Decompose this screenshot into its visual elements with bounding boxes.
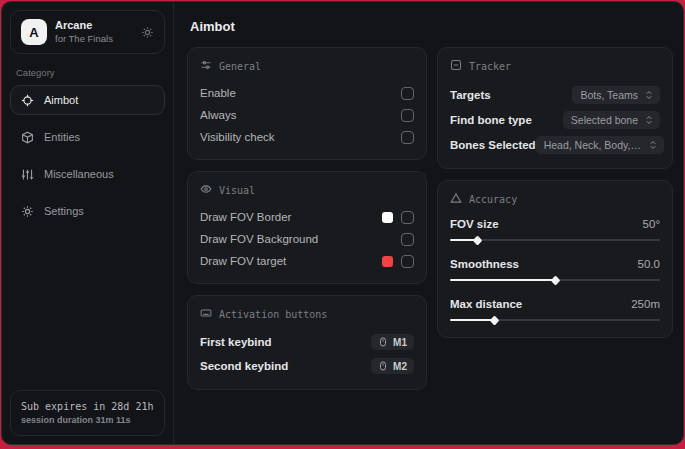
fov-size-value: 50° [643,218,660,230]
setting-row-smoothness: Smoothness 50.0 [450,255,660,284]
chevrons-up-down-icon [644,115,654,125]
setting-row-fov-size: FOV size 50° [450,215,660,244]
max-distance-value: 250m [631,298,660,310]
setting-row-find-bone-type: Find bone type Selected bone [450,107,660,132]
setting-row-first-keybind: First keybind M1 [200,330,414,354]
setting-row-second-keybind: Second keybind M2 [200,354,414,378]
max-distance-slider[interactable] [450,316,660,324]
fov-target-color-swatch[interactable] [382,256,393,267]
gear-icon [21,205,34,218]
enable-checkbox[interactable] [401,87,414,100]
sub-expiry-text: Sub expires in 28d 21h [21,399,154,414]
sliders-icon [21,168,34,181]
setting-row-fov-background: Draw FOV Background [200,228,414,250]
setting-row-always: Always [200,104,414,126]
category-label: Category [16,67,159,78]
targets-dropdown[interactable]: Bots, Teams [572,86,660,104]
main-content: Aimbot General Enable [174,2,684,444]
sidebar-item-miscellaneous[interactable]: Miscellaneous [10,159,165,189]
fov-border-color-swatch[interactable] [382,212,393,223]
fov-background-checkbox[interactable] [401,233,414,246]
page-title: Aimbot [190,19,673,34]
subscription-status: Sub expires in 28d 21h session duration … [10,390,165,437]
app-subtitle: for The Finals [55,33,133,45]
first-keybind-button[interactable]: M1 [371,334,414,350]
triangle-icon [450,192,462,206]
app-window: A Arcane for The Finals Category Aimbot [1,1,684,445]
settings-gear-icon[interactable] [141,26,154,39]
sidebar-item-settings[interactable]: Settings [10,196,165,226]
card-title: Tracker [469,61,511,72]
cube-icon [21,131,34,144]
general-card: General Enable Always Visibility check [187,47,427,160]
find-bone-type-dropdown[interactable]: Selected bone [563,111,660,129]
setting-row-targets: Targets Bots, Teams [450,82,660,107]
slider-thumb[interactable] [551,275,561,285]
sidebar-item-label: Settings [44,205,84,217]
sidebar-item-aimbot[interactable]: Aimbot [10,85,165,115]
setting-row-fov-target: Draw FOV target [200,250,414,272]
bones-selected-dropdown[interactable]: Head, Neck, Body, Pe... [536,136,664,154]
general-icon [200,59,212,73]
fov-border-checkbox[interactable] [401,211,414,224]
crosshair-icon [21,94,34,107]
setting-row-max-distance: Max distance 250m [450,295,660,324]
mouse-icon [378,361,388,371]
sidebar-item-label: Entities [44,131,80,143]
card-title: Accuracy [469,194,517,205]
accuracy-card: Accuracy FOV size 50° [437,180,673,338]
sidebar-item-label: Miscellaneous [44,168,114,180]
setting-row-fov-border: Draw FOV Border [200,206,414,228]
session-duration-text: session duration 31m 11s [21,414,154,428]
smoothness-value: 50.0 [638,258,660,270]
chevrons-up-down-icon [648,140,658,150]
visibility-check-checkbox[interactable] [401,131,414,144]
app-name: Arcane [55,19,133,33]
mouse-icon [378,337,388,347]
fov-size-slider[interactable] [450,236,660,244]
setting-row-visibility-check: Visibility check [200,126,414,148]
keyboard-icon [200,307,212,321]
card-title: Activation buttons [219,309,327,320]
sidebar: A Arcane for The Finals Category Aimbot [2,2,174,444]
app-logo: A [21,19,47,45]
setting-row-enable: Enable [200,82,414,104]
second-keybind-button[interactable]: M2 [371,358,414,374]
slider-thumb[interactable] [473,235,483,245]
card-title: Visual [219,185,255,196]
always-checkbox[interactable] [401,109,414,122]
scan-icon [450,59,462,73]
sidebar-item-label: Aimbot [44,94,78,106]
setting-row-bones-selected: Bones Selected Head, Neck, Body, Pe... [450,132,660,157]
card-title: General [219,61,261,72]
activation-card: Activation buttons First keybind M1 Seco… [187,295,427,390]
eye-icon [200,183,212,197]
sidebar-item-entities[interactable]: Entities [10,122,165,152]
visual-card: Visual Draw FOV Border Draw FOV Backgrou… [187,171,427,284]
slider-thumb[interactable] [490,315,500,325]
app-header: A Arcane for The Finals [10,10,165,54]
tracker-card: Tracker Targets Bots, Teams Find bone ty… [437,47,673,169]
smoothness-slider[interactable] [450,276,660,284]
chevrons-up-down-icon [644,90,654,100]
fov-target-checkbox[interactable] [401,255,414,268]
